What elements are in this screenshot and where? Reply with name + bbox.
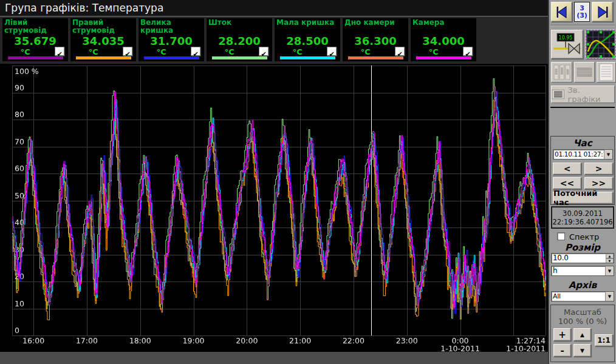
channel-name: Мала кришка [275, 18, 340, 27]
channel-unit: °C [139, 47, 185, 56]
dropdown-button[interactable]: ▼ [605, 266, 614, 275]
shift-down-button[interactable]: ▼ [573, 344, 591, 357]
channel-visibility-checkbox[interactable]: ✔ [259, 47, 269, 56]
chevron-down-icon: ▼ [608, 269, 611, 274]
divider [550, 107, 615, 108]
channel-value: 34.000 [411, 36, 476, 47]
channel-name: Лівий струмовід [2, 18, 68, 35]
spin-down-icon[interactable]: ▼ [606, 258, 614, 263]
shift-up-button[interactable]: ▲ [573, 328, 591, 341]
channel-value: 36.300 [343, 36, 408, 47]
channel-unit: °C [70, 47, 117, 56]
channel-value: 31.700 [139, 36, 204, 47]
app-window: Група графіків: Температура Лівий струмо… [0, 0, 616, 364]
time-panel-title: Час [551, 138, 614, 149]
cursor-time: 22:19:36.407196 [552, 218, 612, 226]
channel-name: Велика кришка [139, 18, 204, 35]
control-sidebar: 3 (3) 10.95 [548, 0, 616, 364]
size-spinner[interactable]: 10.0 ▲ ▼ [551, 253, 614, 263]
chevron-down-icon: ▼ [608, 294, 611, 299]
prev-page-button[interactable] [551, 2, 572, 22]
scale-value: 100 % (0 %) [551, 317, 614, 326]
next-page-button[interactable] [592, 2, 613, 22]
time-panel: Час 01.10.11 01:27:14 ▼ < > << >> Поточн… [550, 136, 615, 205]
channel-color-bar [8, 56, 63, 59]
channel-name: Дно камери [343, 18, 408, 27]
one-to-one-button[interactable]: 1:1 [595, 334, 613, 346]
linked-graphs-button[interactable]: Зв. графіки [551, 86, 615, 103]
channel-unit: °C [2, 47, 49, 56]
channel-unit: °C [275, 47, 321, 56]
archive-value: All [552, 292, 614, 301]
spinner-buttons[interactable]: ▲ ▼ [606, 254, 614, 263]
page-total: (3) [577, 12, 587, 19]
report-view-button[interactable] [597, 62, 616, 83]
faders-icon [553, 64, 571, 81]
time-page-back-button[interactable]: << [553, 177, 581, 189]
current-time-button[interactable]: Поточний час [553, 192, 613, 204]
spectrum-checkbox[interactable] [557, 232, 565, 240]
size-unit-dropdown[interactable]: h ▼ [551, 266, 614, 276]
channel-visibility-checkbox[interactable]: ✔ [327, 47, 337, 56]
page-number: 3 [580, 5, 584, 12]
dropdown-button[interactable]: ▼ [605, 292, 614, 301]
trend-chart-panel [0, 63, 548, 352]
spin-up-icon[interactable]: ▲ [606, 254, 614, 258]
channel-unit: °C [343, 47, 389, 56]
channel-visibility-checkbox[interactable]: ✔ [463, 47, 473, 56]
time-step-forward-button[interactable]: > [584, 163, 613, 175]
size-title: Розмір [549, 242, 616, 253]
channel-color-bar [76, 56, 131, 59]
linked-graphs-label: Зв. графіки [567, 86, 614, 104]
scale-title: Масштаб [551, 308, 614, 317]
linked-graphs-icon [552, 89, 564, 99]
report-icon [598, 63, 614, 81]
time-page-forward-button[interactable]: >> [584, 177, 613, 189]
faders-view-button[interactable] [551, 62, 572, 83]
svg-text:10.95: 10.95 [559, 35, 573, 41]
table-view-button[interactable] [574, 62, 595, 83]
channel-color-bar [416, 56, 471, 59]
channel-legend: Лівий струмовід 35.679 °C ✔ Правий струм… [0, 17, 548, 63]
legend-channel-2[interactable]: Правий струмовід 34.035 °C ✔ [70, 18, 136, 61]
channel-value: 28.500 [275, 36, 340, 47]
dropdown-button[interactable]: ▼ [604, 150, 612, 159]
page-title: Група графіків: Температура [0, 0, 548, 16]
arrow-left-icon [555, 5, 569, 19]
zoom-out-button[interactable]: - [553, 344, 571, 357]
mnemonic-view-button[interactable]: 10.95 [551, 30, 583, 59]
channel-unit: °C [207, 47, 253, 56]
trend-chart-icon [587, 31, 615, 58]
trend-canvas[interactable] [0, 64, 548, 352]
archive-title: Архів [549, 280, 616, 291]
channel-name: Шток [207, 18, 272, 27]
channel-color-bar [212, 56, 267, 59]
channel-unit: °C [411, 47, 457, 56]
channel-visibility-checkbox[interactable]: ✔ [123, 47, 132, 56]
channel-value: 35.679 [2, 36, 68, 47]
cursor-date: 30.09.2011 [563, 209, 603, 218]
time-step-back-button[interactable]: < [553, 163, 581, 175]
time-combobox[interactable]: 01.10.11 01:27:14 ▼ [553, 149, 613, 160]
channel-value: 34.035 [70, 36, 136, 47]
size-unit-value: h [552, 266, 614, 275]
channel-visibility-checkbox[interactable]: ✔ [191, 47, 200, 56]
legend-channel-3[interactable]: Велика кришка 31.700 °C ✔ [139, 18, 204, 61]
channel-visibility-checkbox[interactable]: ✔ [55, 47, 64, 56]
mnemonic-icon: 10.95 [552, 31, 582, 58]
zoom-in-button[interactable]: + [553, 328, 571, 341]
legend-channel-1[interactable]: Лівий струмовід 35.679 °C ✔ [2, 18, 68, 61]
legend-channel-5[interactable]: Мала кришка 28.500 °C ✔ [275, 18, 340, 61]
chevron-down-icon: ▼ [607, 152, 610, 157]
trend-view-button[interactable] [586, 30, 616, 59]
channel-color-bar [348, 56, 403, 59]
legend-channel-4[interactable]: Шток 28.200 °C ✔ [207, 18, 272, 61]
legend-channel-6[interactable]: Дно камери 36.300 °C ✔ [343, 18, 408, 61]
arrow-right-icon [595, 5, 610, 19]
table-icon [576, 65, 593, 79]
legend-channel-7[interactable]: Камера 34.000 °C ✔ [411, 18, 476, 61]
channel-visibility-checkbox[interactable]: ✔ [395, 47, 405, 56]
archive-dropdown[interactable]: All ▼ [551, 291, 614, 302]
size-value: 10.0 [552, 254, 614, 263]
scale-panel: Масштаб 100 % (0 %) + ▲ 1:1 - ▼ [550, 305, 615, 362]
